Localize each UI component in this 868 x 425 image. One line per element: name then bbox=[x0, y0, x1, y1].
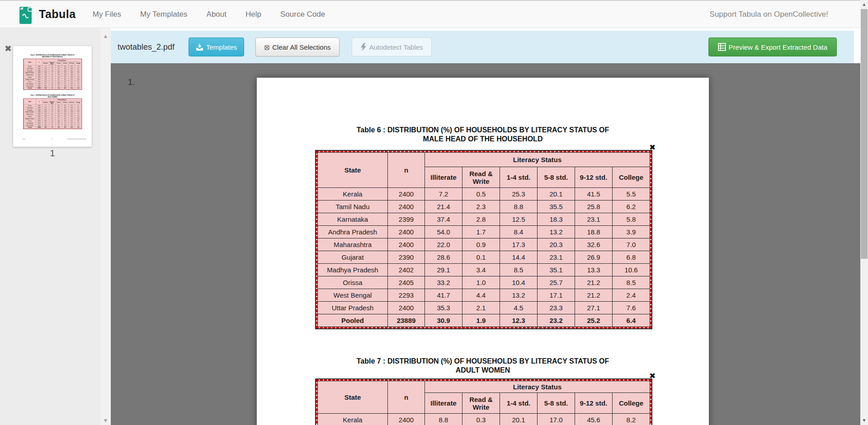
table-cell: 23.2 bbox=[62, 126, 68, 129]
table-cell: 30.9 bbox=[42, 87, 49, 89]
selection-close-icon[interactable]: ✖ bbox=[649, 372, 656, 380]
table-cell: 8.4 bbox=[500, 226, 538, 238]
table-row: Maharashtra240022.00.917.320.332.67.0 bbox=[318, 238, 650, 251]
table-title: Table 7 : DISTRIBUTION (%) OF HOUSEHOLDS… bbox=[13, 95, 92, 98]
table-cell: 25.2 bbox=[575, 314, 613, 327]
close-x-icon[interactable]: ✖ bbox=[5, 44, 12, 53]
extracted-table: StatenLiteracy StatusIlliterateRead & Wr… bbox=[317, 152, 650, 327]
table-cell: 23889 bbox=[36, 87, 42, 89]
table-cell: 21.2 bbox=[575, 289, 613, 302]
column-header: Illiterate bbox=[425, 167, 462, 188]
top-navbar: Tabula My FilesMy TemplatesAboutHelpSour… bbox=[0, 0, 868, 28]
pdf-page[interactable]: Table 6 : DISTRIBUTION (%) OF HOUSEHOLDS… bbox=[257, 78, 709, 425]
column-header: n bbox=[36, 59, 42, 65]
table-cell: 2.3 bbox=[462, 201, 500, 213]
triangle-up-icon[interactable]: ▲ bbox=[103, 33, 108, 39]
scrollbar-down-icon[interactable]: ▼ bbox=[860, 418, 868, 423]
table-list-icon bbox=[718, 43, 726, 51]
selection-region[interactable]: StatenLiteracy StatusIlliterateRead & Wr… bbox=[24, 98, 82, 129]
table-cell: 18.3 bbox=[538, 213, 575, 226]
table-title: Table 6 : DISTRIBUTION (%) OF HOUSEHOLDS… bbox=[257, 126, 709, 144]
clear-all-selections-button[interactable]: ⦻ Clear All Selections bbox=[255, 37, 339, 56]
selection-close-icon[interactable]: ✖ bbox=[649, 144, 656, 151]
table-cell: 5.8 bbox=[613, 213, 650, 226]
table-cell: 30.9 bbox=[425, 314, 462, 327]
table-cell: Pooled bbox=[24, 126, 36, 129]
extracted-table: StatenLiteracy StatusIlliterateRead & Wr… bbox=[24, 59, 81, 89]
table-row: Gujarat239028.60.114.423.126.96.8 bbox=[318, 251, 650, 264]
remove-circle-icon: ⦻ bbox=[264, 43, 269, 51]
preview-export-button[interactable]: Preview & Export Extracted Data bbox=[708, 37, 837, 56]
table-cell: 10.4 bbox=[500, 276, 538, 289]
table-cell: 2400 bbox=[388, 226, 425, 238]
selection-region[interactable]: StatenLiteracy StatusIlliterateRead & Wr… bbox=[316, 379, 651, 425]
autodetect-button-label: Autodetect Tables bbox=[369, 43, 423, 51]
table-row: Pooled2388930.91.912.323.225.26.4 bbox=[318, 314, 650, 327]
table-cell: Orissa bbox=[318, 276, 388, 289]
table-cell: 20.1 bbox=[500, 414, 538, 425]
column-header: State bbox=[24, 99, 36, 105]
selection-region[interactable]: StatenLiteracy StatusIlliterateRead & Wr… bbox=[24, 59, 82, 89]
table-cell: 18.8 bbox=[575, 226, 613, 238]
column-header: Illiterate bbox=[425, 393, 462, 414]
table-row: Madhya Pradesh240229.13.48.535.113.310.6 bbox=[318, 264, 650, 276]
table-row: Karnataka239937.42.812.518.323.15.8 bbox=[318, 213, 650, 226]
table-cell: 1.9 bbox=[49, 126, 55, 129]
table-cell: 25.2 bbox=[68, 126, 75, 129]
table-cell: 1.7 bbox=[462, 226, 500, 238]
nav-link-source-code[interactable]: Source Code bbox=[280, 10, 325, 19]
table-row: West Bengal229341.74.413.217.121.22.4 bbox=[318, 289, 650, 302]
nav-link-about[interactable]: About bbox=[207, 10, 226, 19]
nav-link-my-templates[interactable]: My Templates bbox=[140, 10, 188, 19]
column-header: 9-12 std. bbox=[575, 167, 613, 188]
table-cell: 2400 bbox=[388, 302, 425, 314]
page-thumbnail[interactable]: Table 6 : DISTRIBUTION (%) OF HOUSEHOLDS… bbox=[13, 46, 92, 147]
table-cell: 8.5 bbox=[500, 264, 538, 276]
table-cell: Gujarat bbox=[318, 251, 388, 264]
tabula-home-link[interactable]: Tabula bbox=[19, 5, 76, 24]
templates-button[interactable]: Templates bbox=[189, 37, 244, 56]
table-cell: West Bengal bbox=[318, 289, 388, 302]
table-cell: 23889 bbox=[388, 314, 425, 327]
table-cell: 5.5 bbox=[613, 188, 650, 201]
table-cell: 27.1 bbox=[575, 302, 613, 314]
table-cell: 26.9 bbox=[575, 251, 613, 264]
table-cell: Andhra Pradesh bbox=[318, 226, 388, 238]
table-row: Orissa240533.21.010.425.721.28.5 bbox=[318, 276, 650, 289]
table-cell: 41.5 bbox=[575, 188, 613, 201]
table-row: Kerala24008.80.320.117.045.68.2 bbox=[318, 414, 650, 425]
column-header: 5-8 std. bbox=[538, 393, 575, 414]
import-templates-icon bbox=[196, 43, 203, 51]
column-header: n bbox=[388, 153, 425, 188]
table-cell: 2.8 bbox=[462, 213, 500, 226]
scrollbar-up-icon[interactable]: ▲ bbox=[860, 2, 868, 7]
pdf-viewer-area: 1. Table 6 : DISTRIBUTION (%) OF HOUSEHO… bbox=[111, 63, 860, 425]
table-row: Pooled2388930.91.912.323.225.26.4 bbox=[24, 87, 81, 89]
table-row: Uttar Pradesh240035.32.14.523.327.17.6 bbox=[318, 302, 650, 314]
table-cell: 45.6 bbox=[575, 414, 613, 425]
table-cell: 4.5 bbox=[500, 302, 538, 314]
table-cell: 33.2 bbox=[425, 276, 462, 289]
table-cell: 30.9 bbox=[42, 126, 49, 129]
support-link[interactable]: Support Tabula on OpenCollective! bbox=[710, 10, 828, 19]
document-toolbar: twotables_2.pdf Templates ⦻ Clear All Se… bbox=[111, 31, 854, 63]
scrollbar-thumb[interactable] bbox=[861, 9, 868, 259]
column-header: n bbox=[388, 381, 425, 414]
table-cell: 6.4 bbox=[613, 314, 650, 327]
autodetect-tables-button[interactable]: Autodetect Tables bbox=[352, 37, 432, 56]
column-header: Read & Write bbox=[49, 101, 55, 104]
triangle-down-icon[interactable]: ▼ bbox=[103, 417, 108, 424]
table-cell: 23.1 bbox=[575, 213, 613, 226]
nav-link-help[interactable]: Help bbox=[245, 10, 261, 19]
table-cell: 4.4 bbox=[462, 289, 500, 302]
column-header: 9-12 std. bbox=[575, 393, 613, 414]
table-cell: 17.1 bbox=[538, 289, 575, 302]
table-cell: 23.2 bbox=[538, 314, 575, 327]
nav-link-my-files[interactable]: My Files bbox=[93, 10, 121, 19]
selection-region[interactable]: StatenLiteracy StatusIlliterateRead & Wr… bbox=[316, 151, 651, 328]
table-cell: 20.1 bbox=[538, 188, 575, 201]
page-footer-text bbox=[13, 139, 92, 139]
table-cell: 12.3 bbox=[500, 314, 538, 327]
column-header: 9-12 std. bbox=[68, 101, 75, 104]
table-cell: 22.0 bbox=[425, 238, 462, 251]
